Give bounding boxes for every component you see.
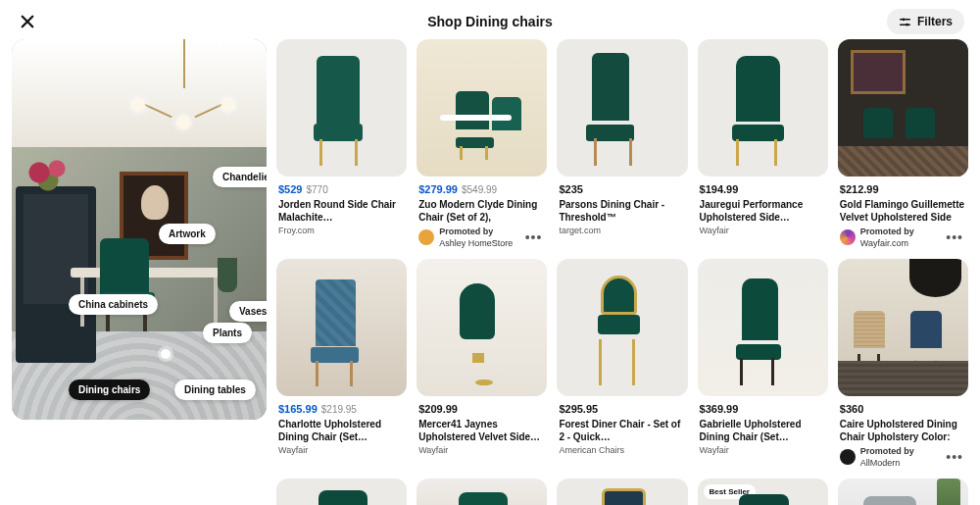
more-options-button[interactable]: •••: [943, 448, 966, 467]
product-card[interactable]: Best Seller: [698, 479, 828, 505]
product-title: Charlotte Upholstered Dining Chair (Set…: [278, 418, 405, 443]
more-options-button[interactable]: •••: [943, 228, 966, 247]
hero-image[interactable]: ChandeliersArtworkChina cabinetsVasesPla…: [12, 39, 267, 420]
product-original-price: $770: [306, 183, 327, 197]
product-grid: $529 $770 Jorden Round Side Chair Malach…: [276, 39, 968, 505]
promoted-label: Promoted by: [860, 445, 914, 457]
filters-icon: [899, 16, 911, 28]
product-card[interactable]: [557, 479, 687, 505]
product-price: $295.95: [559, 402, 598, 417]
product-source: Ashley HomeStore: [439, 237, 513, 249]
hero-tag[interactable]: Chandeliers: [213, 167, 267, 187]
svg-point-1: [906, 23, 908, 25]
product-price: $279.99: [418, 182, 458, 197]
page-header: Shop Dining chairs Filters: [0, 0, 980, 39]
product-info: $529 $770 Jorden Round Side Chair Malach…: [276, 177, 407, 236]
product-price: $360: [840, 402, 863, 417]
product-image[interactable]: [838, 479, 968, 505]
product-card[interactable]: $194.99 Jauregui Performance Upholstered…: [698, 39, 828, 249]
product-source: target.com: [559, 225, 685, 236]
product-title: Forest Diner Chair - Set of 2 - Quick…: [559, 418, 685, 443]
product-source: Wayfair: [278, 444, 405, 456]
close-button[interactable]: [16, 10, 39, 33]
focus-point-icon: [161, 349, 171, 359]
product-image[interactable]: [276, 479, 407, 505]
filters-label: Filters: [917, 15, 953, 28]
product-card[interactable]: $209.99 Mercer41 Jaynes Upholstered Velv…: [416, 259, 547, 469]
promoted-label: Promoted by: [439, 226, 513, 237]
more-options-button[interactable]: •••: [522, 228, 546, 247]
product-price: $235: [559, 182, 582, 197]
product-title: Zuo Modern Clyde Dining Chair (Set of 2)…: [418, 198, 545, 224]
product-price: $529: [278, 182, 302, 197]
product-card[interactable]: $235 Parsons Dining Chair - Threshold™ t…: [557, 39, 687, 249]
product-card[interactable]: $279.99 $549.99 Zuo Modern Clyde Dining …: [416, 39, 547, 249]
product-image[interactable]: [838, 259, 968, 396]
product-source: Froy.com: [278, 225, 405, 236]
product-title: Gold Flamingo Guillemette Velvet Upholst…: [840, 198, 966, 224]
product-card[interactable]: $529 $770 Jorden Round Side Chair Malach…: [276, 39, 407, 249]
product-price: $212.99: [840, 182, 879, 197]
product-image[interactable]: Best Seller: [698, 479, 828, 505]
product-info: $194.99 Jauregui Performance Upholstered…: [698, 177, 828, 236]
product-original-price: $549.99: [462, 183, 497, 197]
hero-tag[interactable]: Vases: [229, 301, 267, 322]
product-image[interactable]: [416, 39, 547, 177]
product-title: Gabrielle Upholstered Dining Chair (Set…: [700, 418, 826, 443]
hero-tag[interactable]: China cabinets: [69, 294, 158, 315]
product-info: $369.99 Gabrielle Upholstered Dining Cha…: [698, 396, 828, 456]
product-price: $209.99: [418, 402, 458, 417]
product-title: Caire Upholstered Dining Chair Upholster…: [840, 418, 966, 443]
product-info: $279.99 $549.99 Zuo Modern Clyde Dining …: [416, 177, 547, 249]
product-image[interactable]: [557, 259, 687, 396]
product-price: $194.99: [700, 182, 739, 197]
product-card[interactable]: [838, 479, 968, 505]
hero-tag[interactable]: Artwork: [159, 224, 216, 244]
product-info: $165.99 $219.95 Charlotte Upholstered Di…: [276, 396, 407, 456]
product-source: Wayfair: [418, 444, 545, 456]
product-title: Mercer41 Jaynes Upholstered Velvet Side…: [418, 418, 545, 443]
close-icon: [19, 13, 36, 30]
product-info: $295.95 Forest Diner Chair - Set of 2 - …: [557, 396, 687, 456]
product-image[interactable]: [698, 39, 828, 177]
product-title: Jauregui Performance Upholstered Side…: [700, 198, 826, 224]
product-card[interactable]: $212.99 Gold Flamingo Guillemette Velvet…: [838, 39, 968, 249]
product-card[interactable]: [276, 479, 407, 505]
product-card[interactable]: $360 Caire Upholstered Dining Chair Upho…: [838, 259, 968, 469]
product-source: Wayfair.com: [860, 237, 914, 249]
product-image[interactable]: [698, 259, 828, 396]
product-source: Wayfair: [700, 444, 826, 456]
product-source: Wayfair: [700, 225, 826, 236]
product-image[interactable]: [838, 39, 968, 177]
product-source: AllModern: [860, 457, 914, 469]
product-title: Jorden Round Side Chair Malachite…: [278, 198, 405, 224]
product-source: American Chairs: [559, 444, 685, 456]
product-card[interactable]: $295.95 Forest Diner Chair - Set of 2 - …: [557, 259, 687, 469]
product-image[interactable]: [557, 39, 687, 177]
product-card[interactable]: [416, 479, 547, 505]
merchant-icon: [840, 449, 856, 465]
product-info: $235 Parsons Dining Chair - Threshold™ t…: [557, 177, 687, 236]
product-card[interactable]: $165.99 $219.95 Charlotte Upholstered Di…: [276, 259, 407, 469]
hero-tag[interactable]: Plants: [203, 323, 252, 343]
promoted-label: Promoted by: [860, 226, 914, 237]
product-image[interactable]: [416, 259, 547, 396]
product-info: $212.99 Gold Flamingo Guillemette Velvet…: [838, 177, 968, 249]
product-price: $369.99: [700, 402, 739, 417]
svg-point-0: [903, 18, 906, 21]
hero-tag[interactable]: Dining tables: [174, 379, 256, 400]
product-card[interactable]: $369.99 Gabrielle Upholstered Dining Cha…: [698, 259, 828, 469]
product-image[interactable]: [276, 259, 407, 396]
filters-button[interactable]: Filters: [887, 9, 964, 34]
product-info: $209.99 Mercer41 Jaynes Upholstered Velv…: [416, 396, 547, 456]
product-image[interactable]: [416, 479, 547, 505]
product-image[interactable]: [276, 39, 407, 177]
content-area: ChandeliersArtworkChina cabinetsVasesPla…: [0, 39, 980, 505]
merchant-icon: [840, 229, 856, 245]
product-price: $165.99: [278, 402, 318, 417]
product-image[interactable]: [557, 479, 687, 505]
hero-tag[interactable]: Dining chairs: [69, 379, 150, 400]
hero-panel: ChandeliersArtworkChina cabinetsVasesPla…: [12, 39, 267, 505]
product-title: Parsons Dining Chair - Threshold™: [559, 198, 685, 224]
product-original-price: $219.95: [321, 403, 357, 417]
